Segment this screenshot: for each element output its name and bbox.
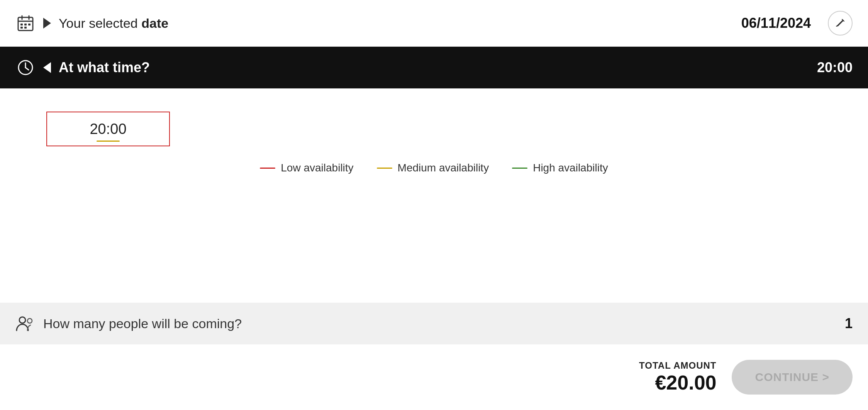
high-availability-label: High availability [533,162,608,174]
time-input-box[interactable]: 20:00 [46,112,170,146]
pencil-icon [835,18,846,29]
high-availability-line [512,168,527,169]
continue-button[interactable]: CONTINUE > [732,360,853,395]
medium-availability-line [377,168,392,169]
svg-line-11 [25,68,29,70]
people-label: How many people will be coming? [43,316,837,331]
time-section-value: 20:00 [817,59,853,76]
footer: TOTAL AMOUNT €20.00 CONTINUE > [0,344,868,410]
svg-rect-8 [24,27,27,29]
people-section[interactable]: How many people will be coming? 1 [0,303,868,344]
svg-rect-7 [20,27,23,29]
high-availability-legend: High availability [512,162,608,174]
medium-availability-label: Medium availability [398,162,489,174]
date-label: Your selected date [59,16,734,31]
svg-rect-4 [20,24,23,25]
date-value: 06/11/2024 [741,15,811,31]
low-availability-legend: Low availability [260,162,353,174]
continue-label: CONTINUE > [755,371,829,384]
svg-point-13 [27,319,32,323]
calendar-icon [15,13,36,33]
date-section: Your selected date 06/11/2024 [0,0,868,47]
svg-rect-6 [28,24,31,25]
people-count: 1 [845,315,853,332]
svg-rect-5 [24,24,27,25]
clock-icon [15,58,36,78]
low-availability-label: Low availability [281,162,353,174]
date-arrow-icon [43,18,51,29]
time-input-value: 20:00 [90,121,126,137]
time-section: At what time? 20:00 [0,47,868,88]
availability-legend: Low availability Medium availability Hig… [15,162,853,174]
time-section-label: At what time? [59,59,809,76]
svg-point-12 [19,317,25,323]
time-selector-wrapper: 20:00 [46,112,853,146]
total-section: TOTAL AMOUNT €20.00 [639,360,716,394]
edit-date-button[interactable] [828,11,853,36]
content-area: 20:00 Low availability Medium availabili… [0,88,868,280]
medium-availability-legend: Medium availability [377,162,489,174]
time-arrow-icon [43,62,51,73]
people-icon [15,313,36,334]
low-availability-line [260,168,275,169]
total-label: TOTAL AMOUNT [639,360,716,371]
total-amount: €20.00 [655,371,716,394]
time-underline [97,141,120,142]
